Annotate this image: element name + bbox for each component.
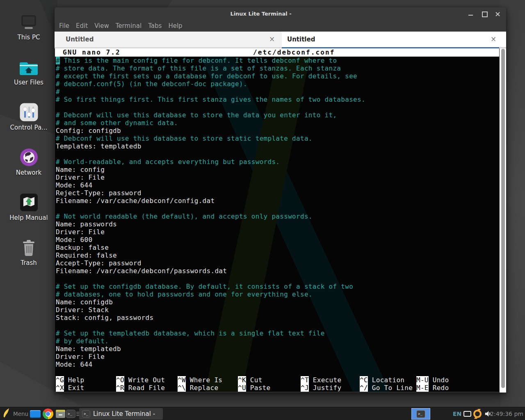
nano-filename: /etc/debconf.conf — [253, 48, 335, 57]
terminal-line: Driver: File — [56, 353, 499, 361]
terminal-line: Templates: templatedb — [56, 142, 499, 150]
terminal-line: # Set up the configdb database. By defau… — [56, 283, 499, 290]
shortcut-exit: ^X Exit — [56, 384, 84, 392]
terminal-line: Accept-Type: password — [56, 259, 499, 267]
desktop-icon-label: Control Pa... — [6, 124, 51, 131]
terminal-line — [56, 275, 499, 283]
shortcut-key: ^R — [116, 384, 124, 392]
trash-icon — [6, 237, 51, 257]
terminal-line: Name: configdb — [56, 298, 499, 306]
shortcut-paste: ^U Paste — [238, 384, 270, 392]
terminal-line: # — [56, 88, 499, 96]
archive-icon — [56, 410, 65, 418]
tab-label: Untitled — [287, 32, 315, 47]
clock[interactable]: 2:49:36 pm — [490, 407, 523, 420]
terminal-line: # So first things first. This first stan… — [56, 96, 499, 103]
menu-edit[interactable]: Edit — [76, 22, 88, 30]
shortcut-location: ^C Location — [360, 376, 404, 384]
desktop-icon-help-manual[interactable]: Help Manual — [6, 192, 51, 221]
desktop-icon-this-pc[interactable]: This PC — [6, 11, 51, 41]
scrollbar[interactable] — [500, 48, 506, 393]
control-panel-icon — [6, 102, 51, 121]
terminal-line: # Set up the templatedb database, which … — [56, 329, 499, 337]
desktop-icon-network[interactable]: Network — [6, 147, 51, 176]
terminal-line: Name: config — [56, 166, 499, 173]
menu-view[interactable]: View — [94, 22, 109, 30]
desktop-icon-label: Trash — [6, 259, 51, 267]
menu-button[interactable]: Menu — [2, 407, 28, 420]
maximize-button[interactable] — [482, 11, 487, 16]
terminal-line: Backup: false — [56, 244, 499, 251]
scrollbar-thumb[interactable] — [501, 49, 505, 388]
tab-untitled-2[interactable]: Untitled × — [282, 32, 506, 47]
menu-help[interactable]: Help — [168, 22, 182, 30]
menu-file[interactable]: File — [59, 22, 69, 30]
terminal-line: # Not world readable (the default), and … — [56, 212, 499, 220]
menu-button-label: Menu — [13, 411, 28, 417]
window-title: Linux Lite Terminal - — [55, 7, 467, 20]
menu-bar: FileEditViewTerminalTabsHelp — [55, 20, 506, 32]
terminal-launcher[interactable]: >_ — [66, 407, 75, 420]
user-files-icon — [6, 57, 51, 76]
terminal-line: Mode: 644 — [56, 181, 499, 189]
close-button[interactable] — [495, 11, 500, 16]
terminal-window: Linux Lite Terminal - FileEditViewTermin… — [55, 7, 506, 393]
terminal-line: # World-readable, and accepts everything… — [56, 158, 499, 166]
minimize-button[interactable] — [468, 11, 473, 16]
terminal-line — [56, 322, 499, 329]
terminal-line: Mode: 600 — [56, 236, 499, 244]
shortcut-key: ^C — [360, 376, 368, 384]
tab-bar: Untitled × Untitled × — [55, 32, 506, 48]
shortcut-key: ^X — [56, 384, 64, 392]
terminal-line: Mode: 644 — [56, 361, 499, 368]
menu-terminal[interactable]: Terminal — [116, 22, 142, 30]
shortcut-key: ^T — [301, 376, 309, 384]
shortcut-key: ^J — [301, 384, 309, 392]
shortcut-where-is: ^W Where Is — [178, 376, 222, 384]
keyboard-layout-indicator[interactable]: EN — [453, 407, 461, 420]
desktop-icon-label: This PC — [6, 34, 51, 41]
nano-titlebar: GNU nano 7.2 /etc/debconf.conf — [55, 48, 499, 57]
shortcut-key: M-U — [416, 376, 429, 384]
display-tray-icon[interactable] — [463, 407, 471, 420]
shortcut-key: ^/ — [360, 384, 368, 392]
terminal-line: Name: templatedb — [56, 345, 499, 353]
tab-untitled-1[interactable]: Untitled × — [55, 32, 282, 47]
task-button-terminal[interactable]: >_ Linux Lite Terminal - — [79, 408, 163, 420]
shortcut-key: ^\ — [178, 384, 186, 392]
chrome-launcher[interactable] — [43, 407, 53, 420]
desktop-icon-control-panel[interactable]: Control Pa... — [6, 102, 51, 131]
file-manager-launcher[interactable] — [30, 407, 41, 420]
desktop-icon-label: Help Manual — [6, 214, 51, 221]
terminal-screen[interactable]: GNU nano 7.2 /etc/debconf.conf # This is… — [55, 48, 499, 392]
nano-lines: # This is the main config file for debco… — [56, 57, 499, 368]
file-manager-icon — [30, 410, 41, 418]
tab-close-icon[interactable]: × — [489, 35, 498, 44]
shortcut-redo: M-E Redo — [416, 384, 449, 392]
linux-lite-logo-icon — [2, 408, 10, 420]
task-button-label: Linux Lite Terminal - — [93, 410, 155, 418]
tab-close-icon[interactable]: × — [267, 35, 276, 44]
help-manual-icon — [6, 192, 51, 212]
terminal-line: Name: passwords — [56, 220, 499, 228]
network-icon — [6, 147, 51, 167]
shortcut-key: ^K — [238, 376, 246, 384]
shortcut-justify: ^J Justify — [301, 384, 341, 392]
this-pc-icon — [6, 11, 51, 31]
terminal-line — [56, 103, 499, 111]
archive-launcher[interactable] — [56, 407, 65, 420]
menu-tabs[interactable]: Tabs — [148, 22, 162, 30]
desktop-icon-user-files[interactable]: User Files — [6, 57, 51, 86]
terminal-line: Required: false — [56, 251, 499, 259]
desktop-icon-trash[interactable]: Trash — [6, 237, 51, 267]
terminal-cursor: # — [56, 57, 60, 64]
shortcut-write-out: ^O Write Out — [116, 376, 165, 384]
tray-terminal-button[interactable]: >_ — [411, 408, 430, 420]
window-titlebar[interactable]: Linux Lite Terminal - — [55, 7, 506, 20]
shortcut-key: ^W — [178, 376, 186, 384]
shortcut-key: ^G — [56, 376, 64, 384]
terminal-icon: >_ — [416, 410, 425, 418]
terminal-line: # Debconf will use this database to stor… — [56, 135, 499, 142]
shortcut-go-to-line: ^/ Go To Line — [360, 384, 413, 392]
update-tray-icon[interactable] — [472, 407, 482, 420]
